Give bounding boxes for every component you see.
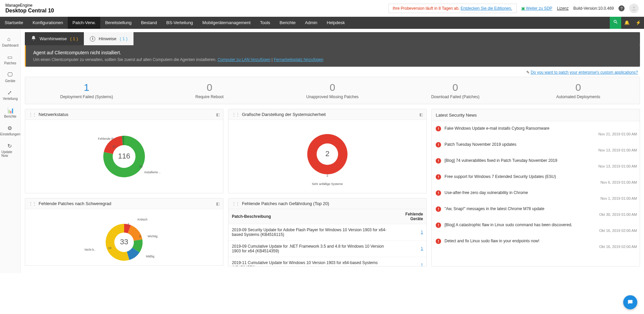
nav-tab-mobilger-temanagement[interactable]: Mobilgerätemanagement bbox=[198, 17, 255, 29]
sidebar-item-label: Update Now bbox=[1, 150, 19, 158]
alert-dot-icon: ! bbox=[436, 158, 441, 164]
net-label-missing: Fehlende P.. bbox=[98, 137, 115, 140]
drag-grip-icon[interactable]: ⋮⋮ bbox=[232, 112, 239, 117]
nav-tab-tools[interactable]: Tools bbox=[255, 17, 275, 29]
nav-tab-bestand[interactable]: Bestand bbox=[136, 17, 162, 29]
sidebar-item-label: Einstellungen bbox=[0, 132, 20, 136]
nav-tab-konfigurationen[interactable]: Konfigurationen bbox=[28, 17, 68, 29]
nav-tab-admin[interactable]: Admin bbox=[300, 17, 322, 29]
custom-apps-link[interactable]: Do you want to patch your enterprise's c… bbox=[531, 70, 638, 75]
alert-link-remote[interactable]: Fernarbeitsplatz hinzufügen bbox=[274, 57, 323, 62]
sidebar-item-verteilung[interactable]: ⤢Verteilung bbox=[0, 86, 20, 104]
news-item[interactable]: ![Blog] 74 vulnerabilities fixed in Patc… bbox=[435, 155, 638, 172]
nav-tab-bereitstellung[interactable]: Bereitstellung bbox=[100, 17, 136, 29]
news-title: Free support for Windows 7 Extended Secu… bbox=[444, 174, 637, 179]
sdp-link[interactable]: ▣ Weiter zu SDP bbox=[521, 6, 552, 11]
net-seg-31: 31 bbox=[112, 145, 116, 148]
nav-tab-patch-verw-[interactable]: Patch-Verw. bbox=[68, 17, 100, 29]
panel-netzwerkstatus: ⋮⋮ Netzwerkstatus ◧ 116 bbox=[25, 109, 223, 193]
news-item[interactable]: !Use-after-free zero day vulnerability i… bbox=[435, 188, 638, 204]
alert-dot-icon: ! bbox=[436, 223, 441, 228]
license-link[interactable]: Lizenz bbox=[557, 6, 569, 11]
news-item[interactable]: !Patch Tuesday November 2019 updatesNov … bbox=[435, 139, 638, 155]
sev-n-val: 19 bbox=[108, 246, 111, 250]
net-center: 116 bbox=[118, 152, 130, 160]
alert-dot-icon: ! bbox=[436, 174, 441, 180]
sidebar: ⌂Dashboard▭Patches🖵Geräte⤢Verteilung📊Ber… bbox=[0, 29, 21, 273]
news-list[interactable]: !Fake Windows Update e-mail installs Cyb… bbox=[432, 121, 640, 254]
news-title: [Blog] 74 vulnerabilities fixed in Patch… bbox=[444, 158, 637, 163]
bell-icon[interactable]: 🔔 bbox=[621, 17, 633, 29]
alert-dot-icon: ! bbox=[436, 126, 441, 131]
stats-row: 1Deployment Failed (Systems)0Require Reb… bbox=[25, 77, 640, 104]
drag-grip-icon[interactable]: ⋮⋮ bbox=[29, 201, 36, 206]
chart-toggle-icon[interactable]: ◧ bbox=[419, 112, 423, 117]
alert-dot-icon: ! bbox=[436, 142, 441, 147]
missing-count-link[interactable]: 1 bbox=[421, 263, 423, 266]
alert-warn-label: Warnhinweise bbox=[40, 36, 67, 41]
news-time: Nov 6, 2019 01:00 AM bbox=[444, 180, 637, 184]
stat-label: Unapproved Missing Patches bbox=[274, 95, 390, 99]
top20-table: Patch-Beschreibung Fehlende Geräte 2019-… bbox=[228, 209, 426, 266]
news-item[interactable]: !"Aw, Snap!" messages in the latest Chro… bbox=[435, 204, 638, 220]
alert-subtext: Um einen Clientcomputer zu verwalten, so… bbox=[33, 57, 216, 62]
panel-news: Latest Security News !Fake Windows Updat… bbox=[431, 109, 640, 266]
table-row: 2019-09 Cumulative Update for .NET Frame… bbox=[228, 241, 426, 257]
user-avatar[interactable] bbox=[629, 4, 639, 13]
monitor-icon: 🖵 bbox=[7, 72, 13, 78]
net-label-installed: Installierte .. bbox=[144, 171, 161, 174]
sev-k-val: 2 bbox=[127, 223, 129, 226]
stat-1[interactable]: 0Require Reboot bbox=[148, 77, 271, 104]
sec-center: 2 bbox=[325, 149, 329, 158]
sidebar-item-geräte[interactable]: 🖵Geräte bbox=[0, 68, 20, 86]
sidebar-item-patches[interactable]: ▭Patches bbox=[0, 51, 20, 68]
sidebar-item-berichte[interactable]: 📊Berichte bbox=[0, 104, 20, 122]
bell-icon bbox=[31, 36, 36, 42]
sidebar-item-einstellungen[interactable]: ⚙Einstellungen bbox=[0, 122, 20, 139]
alert-link-lan[interactable]: Computer zu LAN hinzufügen bbox=[218, 57, 270, 62]
sidebar-item-update-now[interactable]: ↻Update Now bbox=[0, 139, 20, 161]
sidebar-item-label: Dashboard bbox=[2, 44, 18, 47]
news-title: Patch Tuesday November 2019 updates bbox=[444, 142, 637, 147]
missing-count-link[interactable]: 1 bbox=[421, 246, 423, 251]
alert-tab-warn[interactable]: Warnhinweise ( 1 ) bbox=[25, 32, 84, 45]
netzwerkstatus-chart: 116 Fehlende P.. 31 Installierte .. 83 bbox=[80, 125, 168, 188]
bolt-icon[interactable]: ⚡ bbox=[633, 17, 644, 29]
news-item[interactable]: !Fake Windows Update e-mail installs Cyb… bbox=[435, 123, 638, 139]
stat-0[interactable]: 1Deployment Failed (Systems) bbox=[25, 77, 148, 104]
stat-3[interactable]: 0Download Failed (Patches) bbox=[394, 77, 517, 104]
stat-num: 1 bbox=[29, 82, 145, 93]
nav-tab-bs-verteilung[interactable]: BS-Verteilung bbox=[162, 17, 198, 29]
news-title: Use-after-free zero day vulnerability in… bbox=[444, 190, 637, 195]
nav-tab-berichte[interactable]: Berichte bbox=[275, 17, 301, 29]
sidebar-item-label: Berichte bbox=[4, 115, 16, 118]
alert-dot-icon: ! bbox=[436, 239, 441, 244]
chart-toggle-icon[interactable]: ◧ bbox=[216, 112, 220, 117]
help-icon[interactable]: ? bbox=[619, 5, 625, 11]
alert-tab-hints[interactable]: i Hinweise ( 1 ) bbox=[84, 32, 133, 45]
missing-count-link[interactable]: 1 bbox=[421, 230, 423, 235]
deploy-icon: ⤢ bbox=[7, 89, 13, 96]
svg-line-2 bbox=[616, 22, 618, 24]
sidebar-item-dashboard[interactable]: ⌂Dashboard bbox=[0, 33, 20, 51]
news-title: Latest Security News bbox=[432, 109, 640, 121]
news-title: Detect and fix Linux sudo flaw in your e… bbox=[444, 239, 637, 243]
table-row: 2019-09 Security Update for Adobe Flash … bbox=[228, 224, 426, 241]
news-title: Fake Windows Update e-mail installs Cybo… bbox=[444, 126, 637, 131]
news-item[interactable]: !Free support for Windows 7 Extended Sec… bbox=[435, 172, 638, 188]
drag-grip-icon[interactable]: ⋮⋮ bbox=[232, 201, 239, 206]
panel-schweregrad: ⋮⋮ Fehlende Patches nach Schweregrad ◧ bbox=[25, 198, 223, 266]
drag-grip-icon[interactable]: ⋮⋮ bbox=[29, 112, 36, 117]
net-seg-83: 83 bbox=[139, 165, 143, 168]
search-icon[interactable] bbox=[610, 17, 621, 29]
sec-label: Sehr anfällige Systeme bbox=[312, 182, 343, 186]
news-item[interactable]: ![Blog] A catastrophic flaw in Linux sud… bbox=[435, 220, 638, 236]
trial-editions-link[interactable]: Entdecken Sie die Editionen. bbox=[461, 6, 512, 11]
nav-tab-startseite[interactable]: Startseite bbox=[0, 17, 28, 29]
news-item[interactable]: !Detect and fix Linux sudo flaw in your … bbox=[435, 236, 638, 252]
news-time: Okt 30, 2019 01:00 AM bbox=[444, 212, 637, 216]
chart-toggle-icon[interactable]: ◧ bbox=[216, 201, 220, 206]
nav-tab-helpdesk[interactable]: Helpdesk bbox=[322, 17, 350, 29]
stat-2[interactable]: 0Unapproved Missing Patches bbox=[271, 77, 394, 104]
stat-4[interactable]: 0Automated Deployments bbox=[517, 77, 640, 104]
